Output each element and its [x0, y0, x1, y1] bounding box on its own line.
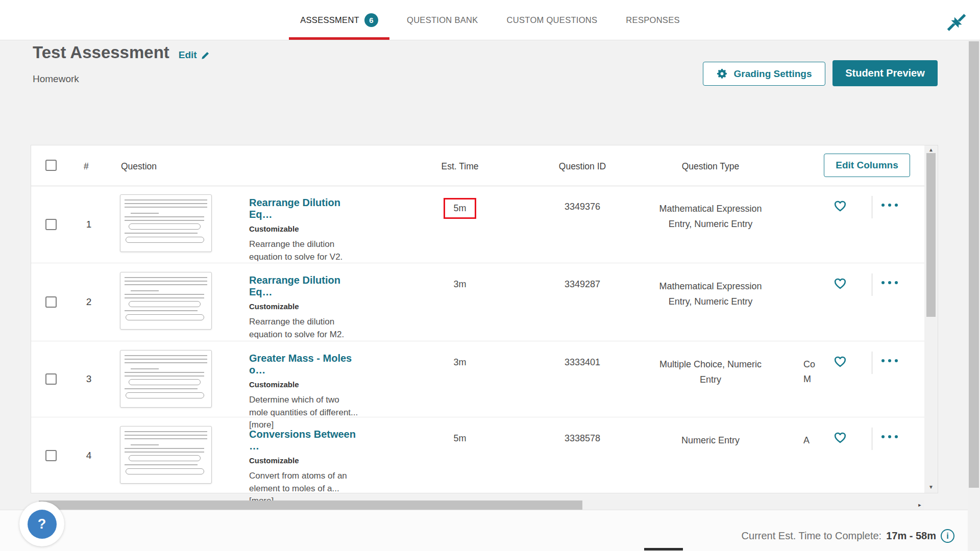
- est-time-value: 5m: [445, 430, 474, 447]
- row-checkbox[interactable]: [45, 373, 57, 385]
- row-checkbox[interactable]: [45, 219, 57, 230]
- clipped-column-text: [803, 202, 817, 233]
- question-id-value: 3338578: [547, 433, 618, 444]
- tab-assessment[interactable]: ASSESSMENT 6: [300, 0, 378, 40]
- table-row: 4 Conversions Between … Customizable Con…: [31, 417, 925, 494]
- tab-question-bank[interactable]: QUESTION BANK: [407, 0, 478, 40]
- question-thumbnail[interactable]: [120, 272, 212, 330]
- est-time-complete-label: Current Est. Time to Complete:: [742, 530, 882, 542]
- horizontal-scrollbar: ◄ ►: [31, 500, 924, 510]
- table-row: 2 Rearrange Dilution Eq… Customizable Re…: [31, 263, 925, 341]
- student-preview-label: Student Preview: [845, 67, 925, 79]
- question-thumbnail[interactable]: [120, 350, 212, 408]
- row-number: 1: [82, 219, 95, 230]
- help-button-ring: ?: [19, 502, 64, 546]
- clipped-column-text: A: [803, 433, 817, 465]
- actions-divider: [872, 196, 872, 218]
- question-title-link[interactable]: Rearrange Dilution Eq…: [249, 197, 359, 220]
- question-type-value: Numeric Entry: [657, 433, 764, 448]
- actions-divider: [872, 428, 872, 450]
- table-scrollbar-thumb[interactable]: [926, 153, 936, 317]
- heart-icon[interactable]: [832, 277, 848, 291]
- question-id-value: 3349287: [547, 279, 618, 290]
- gear-icon: [716, 68, 728, 80]
- heart-icon[interactable]: [832, 199, 848, 213]
- question-description: Rearrange the dilution equation to solve…: [249, 316, 359, 341]
- grading-settings-label: Grading Settings: [733, 68, 812, 80]
- column-header-est-time: Est. Time: [424, 161, 496, 172]
- column-header-number: #: [84, 161, 89, 172]
- question-thumbnail[interactable]: [120, 426, 212, 484]
- actions-divider: [872, 352, 872, 374]
- est-time-value: 3m: [445, 276, 474, 293]
- ellipsis-menu-icon[interactable]: [881, 204, 898, 207]
- actions-divider: [872, 273, 872, 296]
- ellipsis-menu-icon[interactable]: [881, 281, 898, 284]
- question-table: # Question Est. Time Question ID Questio…: [31, 145, 938, 493]
- customizable-label: Customizable: [249, 302, 359, 311]
- question-type-value: Mathematical Expression Entry, Numeric E…: [657, 279, 764, 309]
- footer-bar: Current Est. Time to Complete: 17m - 58m…: [0, 510, 968, 551]
- table-scrollbar: ▲ ▼: [924, 145, 938, 493]
- question-id-value: 3349376: [547, 202, 618, 212]
- collapse-window-button[interactable]: [946, 12, 967, 33]
- select-all-checkbox[interactable]: [45, 160, 57, 171]
- question-thumbnail[interactable]: [120, 194, 212, 252]
- info-icon[interactable]: i: [941, 529, 954, 543]
- question-description: Rearrange the dilution equation to solve…: [249, 238, 359, 263]
- table-row: 1 Rearrange Dilution Eq… Customizable Re…: [31, 186, 925, 263]
- clipped-column-text: Co M: [803, 357, 817, 389]
- est-time-value: 3m: [445, 354, 474, 371]
- row-number: 3: [82, 373, 95, 385]
- edit-columns-button[interactable]: Edit Columns: [824, 154, 910, 177]
- clipped-column-text: [803, 279, 817, 311]
- question-title-link[interactable]: Conversions Between …: [249, 429, 359, 452]
- page-title: Test Assessment: [33, 43, 169, 62]
- est-time-value: 5m: [444, 198, 476, 219]
- customizable-label: Customizable: [249, 224, 359, 233]
- grading-settings-button[interactable]: Grading Settings: [703, 62, 825, 86]
- bottom-indicator-bar: [644, 548, 683, 550]
- assessment-category-label: Homework: [33, 73, 79, 85]
- ellipsis-menu-icon[interactable]: [881, 435, 898, 438]
- student-preview-button[interactable]: Student Preview: [832, 60, 938, 86]
- heart-icon[interactable]: [832, 355, 848, 369]
- edit-assessment-link[interactable]: Edit: [179, 49, 210, 61]
- question-id-value: 3333401: [547, 357, 618, 368]
- est-time-complete-value: 17m - 58m: [886, 530, 936, 542]
- tab-label: QUESTION BANK: [407, 15, 478, 25]
- row-number: 4: [82, 450, 95, 461]
- page-scrollbar-thumb[interactable]: [969, 41, 979, 488]
- scroll-up-arrow[interactable]: ▲: [924, 146, 938, 154]
- column-header-question-type: Question Type: [670, 161, 751, 172]
- edit-label: Edit: [179, 49, 197, 61]
- table-header-row: # Question Est. Time Question ID Questio…: [31, 145, 925, 186]
- column-header-question: Question: [121, 161, 157, 172]
- horizontal-scrollbar-thumb[interactable]: [39, 500, 582, 510]
- heart-icon[interactable]: [832, 431, 848, 445]
- scroll-right-arrow[interactable]: ►: [916, 500, 924, 510]
- pencil-icon: [201, 51, 210, 60]
- scroll-down-arrow[interactable]: ▼: [924, 484, 938, 491]
- tab-responses[interactable]: RESPONSES: [626, 0, 679, 40]
- row-checkbox[interactable]: [45, 450, 57, 461]
- top-nav: ASSESSMENT 6 QUESTION BANK CUSTOM QUESTI…: [0, 0, 980, 40]
- ellipsis-menu-icon[interactable]: [881, 359, 898, 362]
- tab-custom-questions[interactable]: CUSTOM QUESTIONS: [507, 0, 598, 40]
- question-title-link[interactable]: Rearrange Dilution Eq…: [249, 274, 359, 298]
- column-header-question-id: Question ID: [547, 161, 618, 172]
- customizable-label: Customizable: [249, 456, 359, 465]
- question-type-value: Multiple Choice, Numeric Entry: [657, 357, 764, 387]
- page-scrollbar: [968, 40, 980, 551]
- customizable-label: Customizable: [249, 380, 359, 389]
- table-row: 3 Greater Mass - Moles o… Customizable D…: [31, 341, 925, 417]
- collapse-icon: [946, 12, 967, 33]
- question-count-badge: 6: [364, 13, 378, 27]
- app-window: ASSESSMENT 6 QUESTION BANK CUSTOM QUESTI…: [0, 0, 980, 551]
- help-button[interactable]: ?: [28, 510, 57, 539]
- tab-label: ASSESSMENT: [300, 15, 359, 25]
- row-checkbox[interactable]: [45, 296, 57, 308]
- question-type-value: Mathematical Expression Entry, Numeric E…: [657, 202, 764, 232]
- row-number: 2: [82, 296, 95, 308]
- question-title-link[interactable]: Greater Mass - Moles o…: [249, 353, 359, 376]
